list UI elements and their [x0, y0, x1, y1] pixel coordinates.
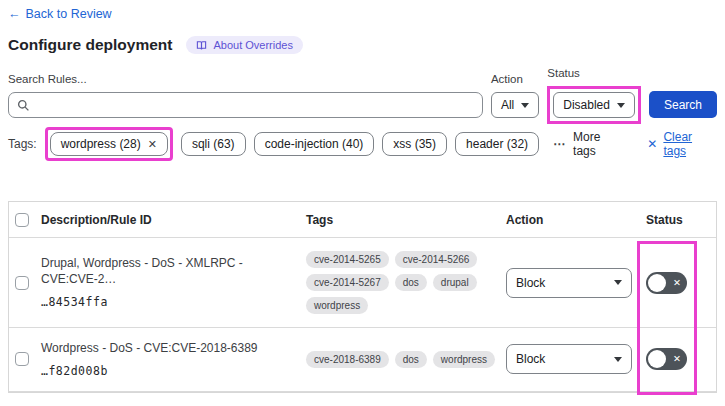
rule-tag: cve-2014-5267	[306, 274, 389, 291]
remove-tag-icon[interactable]: ✕	[148, 138, 157, 151]
ellipsis-icon: ⋯	[553, 137, 566, 151]
action-cell: Block	[506, 344, 638, 374]
column-header-status: Status	[638, 213, 716, 227]
search-box	[8, 92, 483, 118]
rule-tag: dos	[395, 351, 427, 368]
book-icon	[196, 40, 207, 51]
rule-tag: cve-2018-6389	[306, 351, 389, 368]
description-cell: Wordpress - DoS - CVE:CVE-2018-6389 …f82…	[41, 341, 306, 378]
tags-cell: cve-2018-6389 dos wordpress	[306, 351, 506, 368]
tags-label: Tags:	[8, 137, 37, 151]
configure-deployment-page: ← Back to Review Configure deployment Ab…	[0, 0, 725, 393]
rule-tag: dos	[395, 274, 427, 291]
action-select-dropdown[interactable]: Block	[506, 344, 632, 374]
back-link-label: Back to Review	[26, 7, 112, 21]
table-header-row: Description/Rule ID Tags Action Status	[9, 202, 716, 238]
tags-bar: Tags: wordpress (28) ✕ sqli (63) code-in…	[8, 127, 717, 161]
search-rules-label: Search Rules...	[8, 73, 483, 85]
status-toggle-off[interactable]: ✕	[646, 272, 687, 294]
column-header-description: Description/Rule ID	[41, 213, 306, 227]
tag-chip-wordpress[interactable]: wordpress (28) ✕	[50, 132, 168, 156]
about-overrides-label: About Overrides	[213, 39, 292, 51]
action-dropdown-value: All	[501, 98, 514, 112]
toggle-knob	[648, 350, 666, 368]
rule-tag: wordpress	[433, 351, 495, 368]
action-dropdown[interactable]: All	[491, 92, 539, 118]
rule-tag: cve-2014-5266	[395, 251, 478, 268]
table-row: Drupal, Wordpress - DoS - XMLRPC - CVE:C…	[9, 238, 716, 328]
status-label: Status	[547, 67, 641, 79]
more-tags-button[interactable]: ⋯ More tags	[553, 130, 625, 158]
rule-tag: cve-2014-5265	[306, 251, 389, 268]
back-to-review-link[interactable]: ← Back to Review	[8, 7, 112, 21]
row-checkbox-cell	[9, 276, 41, 290]
column-header-tags: Tags	[306, 213, 506, 227]
status-cell: ✕	[638, 272, 716, 294]
status-dropdown-value: Disabled	[563, 98, 610, 112]
tag-chip-code-injection[interactable]: code-injection (40)	[254, 132, 375, 156]
action-label: Action	[491, 73, 539, 85]
rule-description: Wordpress - DoS - CVE:CVE-2018-6389	[41, 341, 300, 357]
description-cell: Drupal, Wordpress - DoS - XMLRPC - CVE:C…	[41, 256, 306, 308]
wordpress-chip-highlight-box: wordpress (28) ✕	[45, 127, 173, 161]
action-select-value: Block	[516, 276, 545, 290]
chevron-down-icon	[617, 103, 625, 108]
tag-chip-xss[interactable]: xss (35)	[382, 132, 447, 156]
clear-icon: ✕	[647, 137, 657, 151]
page-title: Configure deployment	[8, 36, 172, 54]
action-select-value: Block	[516, 352, 545, 366]
action-cell: Block	[506, 268, 638, 298]
status-filter-group: Status Disabled	[547, 67, 641, 118]
rule-tag: wordpress	[306, 297, 368, 314]
status-dropdown-highlight-box: Disabled	[547, 86, 641, 124]
row-checkbox[interactable]	[15, 276, 29, 290]
chevron-down-icon	[614, 280, 622, 285]
more-tags-label: More tags	[573, 130, 625, 158]
status-cell: ✕	[638, 348, 716, 370]
about-overrides-badge[interactable]: About Overrides	[186, 36, 302, 54]
tag-chip-sqli[interactable]: sqli (63)	[181, 132, 246, 156]
action-select-dropdown[interactable]: Block	[506, 268, 632, 298]
title-row: Configure deployment About Overrides	[8, 36, 717, 54]
filters-bar: Search Rules... Action All Status	[8, 67, 717, 118]
search-rules-input[interactable]	[9, 93, 482, 117]
rule-tag: drupal	[433, 274, 477, 291]
table-row: Wordpress - DoS - CVE:CVE-2018-6389 …f82…	[9, 328, 716, 392]
row-checkbox[interactable]	[15, 352, 29, 366]
search-button[interactable]: Search	[649, 91, 717, 118]
column-header-action: Action	[506, 213, 638, 227]
rule-id: …84534ffa	[41, 295, 300, 309]
search-group: Search Rules...	[8, 73, 483, 118]
back-arrow-icon: ←	[8, 7, 21, 21]
rule-description: Drupal, Wordpress - DoS - XMLRPC - CVE:C…	[41, 256, 300, 287]
row-checkbox-cell	[9, 352, 41, 366]
chevron-down-icon	[614, 357, 622, 362]
clear-tags-label: Clear tags	[663, 130, 717, 158]
chevron-down-icon	[521, 103, 529, 108]
toggle-x-icon: ✕	[673, 278, 681, 288]
rule-id: …f82d008b	[41, 364, 300, 378]
clear-tags-link[interactable]: ✕ Clear tags	[647, 130, 717, 158]
rules-table: Description/Rule ID Tags Action Status D…	[8, 201, 717, 393]
tag-chip-header[interactable]: header (32)	[455, 132, 539, 156]
status-dropdown[interactable]: Disabled	[553, 92, 635, 118]
toggle-knob	[648, 274, 666, 292]
status-toggle-off[interactable]: ✕	[646, 348, 687, 370]
select-all-checkbox[interactable]	[15, 213, 29, 227]
toggle-x-icon: ✕	[673, 355, 681, 365]
header-checkbox-cell	[9, 213, 41, 227]
tags-cell: cve-2014-5265 cve-2014-5266 cve-2014-526…	[306, 251, 506, 314]
tag-chip-label: wordpress (28)	[61, 137, 141, 151]
action-filter-group: Action All	[491, 73, 539, 118]
